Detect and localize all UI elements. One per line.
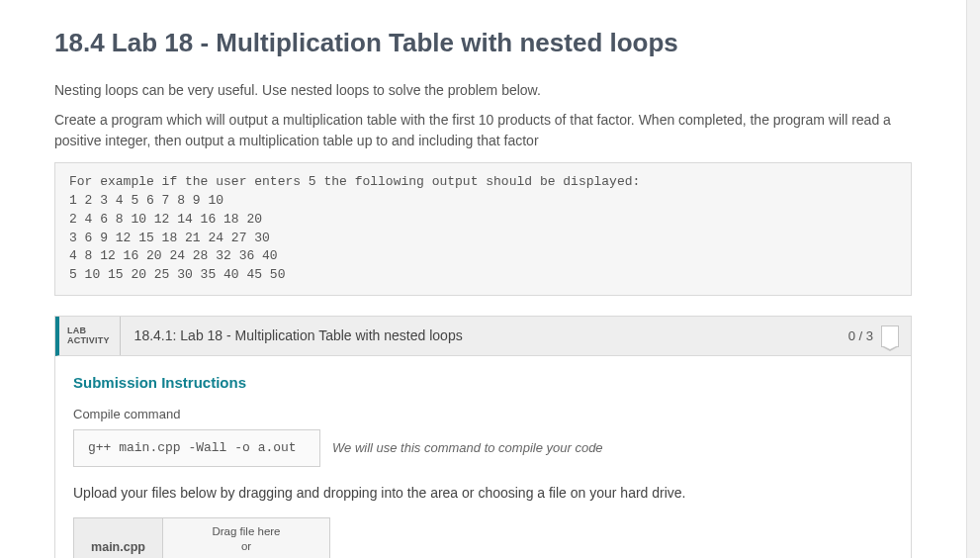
compile-command-box: g++ main.cpp -Wall -o a.out [73,429,320,467]
activity-header[interactable]: LAB ACTIVITY 18.4.1: Lab 18 - Multiplica… [55,317,911,356]
activity-tag: LAB ACTIVITY [59,317,121,355]
page-title: 18.4 Lab 18 - Multiplication Table with … [54,24,912,62]
submission-heading: Submission Instructions [73,372,893,395]
upload-instructions: Upload your files below by dragging and … [73,483,893,504]
activity-tag-line2: ACTIVITY [67,336,110,346]
upload-actions[interactable]: Drag file here or Choose on hard drive. [163,518,329,558]
expand-chevron-icon[interactable] [881,326,899,347]
drag-file-text: Drag file here [171,524,321,540]
activity-body: Submission Instructions Compile command … [55,356,911,558]
score-text: 0 / 3 [848,326,873,346]
intro-paragraph-1: Nesting loops can be very useful. Use ne… [54,80,912,102]
file-upload-zone[interactable]: main.cpp Drag file here or Choose on har… [73,517,330,558]
upload-filename: main.cpp [74,518,163,558]
intro-section: Nesting loops can be very useful. Use ne… [54,80,912,152]
example-output-block: For example if the user enters 5 the fol… [54,162,912,296]
compile-command-label: Compile command [73,405,893,424]
choose-file-link[interactable]: Choose on hard drive. [171,555,321,558]
activity-title: 18.4.1: Lab 18 - Multiplication Table wi… [121,317,837,355]
right-side-strip [966,0,980,558]
compile-command-note: We will use this command to compile your… [332,438,603,458]
lab-activity-card: LAB ACTIVITY 18.4.1: Lab 18 - Multiplica… [54,316,912,558]
or-text: or [171,539,321,555]
intro-paragraph-2: Create a program which will output a mul… [54,110,912,152]
activity-score: 0 / 3 [837,317,911,355]
